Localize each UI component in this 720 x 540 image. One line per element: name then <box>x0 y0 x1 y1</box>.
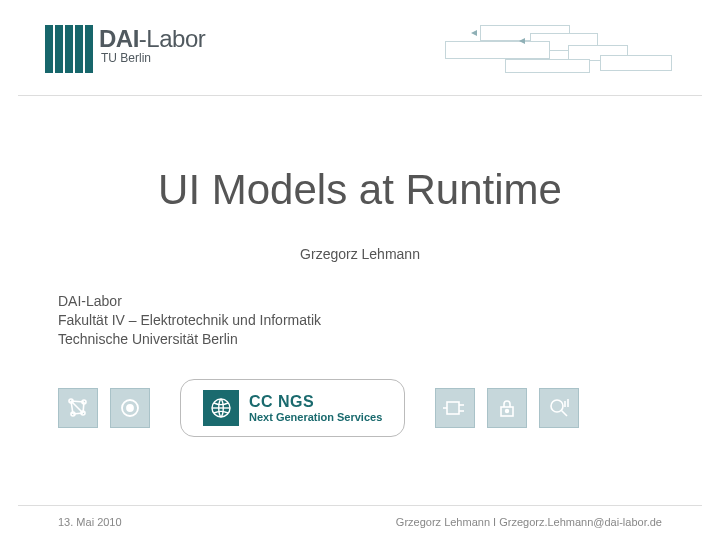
globe-icon <box>203 390 239 426</box>
footer-date: 13. Mai 2010 <box>58 516 122 528</box>
search-chart-icon <box>539 388 579 428</box>
header-divider <box>18 95 702 96</box>
logo-name-bold: DAI <box>99 25 139 52</box>
logo-name-light: -Labor <box>139 25 205 52</box>
slide-footer: 13. Mai 2010 Grzegorz Lehmann I Grzegorz… <box>18 505 702 528</box>
partner-logo-row: CC NGS Next Generation Services <box>58 379 720 437</box>
svg-line-7 <box>73 413 83 414</box>
center-badge-subtitle: Next Generation Services <box>249 411 382 423</box>
svg-rect-12 <box>447 402 459 414</box>
svg-line-6 <box>83 402 84 413</box>
footer-contact: Grzegorz Lehmann I Grzegorz.Lehmann@dai-… <box>396 516 662 528</box>
affiliation-line: Fakultät IV – Elektrotechnik und Informa… <box>58 311 720 330</box>
affiliation-block: DAI-Labor Fakultät IV – Elektrotechnik u… <box>58 292 720 349</box>
svg-point-10 <box>127 405 133 411</box>
slide-title: UI Models at Runtime <box>0 166 720 214</box>
decorative-boxes-icon <box>445 25 675 80</box>
svg-line-19 <box>562 410 568 416</box>
affiliation-line: Technische Universität Berlin <box>58 330 720 349</box>
center-badge-title: CC NGS <box>249 393 382 411</box>
target-icon <box>110 388 150 428</box>
lock-icon <box>487 388 527 428</box>
network-icon <box>58 388 98 428</box>
svg-point-17 <box>506 409 509 412</box>
org-logo: DAI-Labor TU Berlin <box>45 25 205 73</box>
logo-subtitle: TU Berlin <box>101 51 205 65</box>
circuit-icon <box>435 388 475 428</box>
author-name: Grzegorz Lehmann <box>0 246 720 262</box>
affiliation-line: DAI-Labor <box>58 292 720 311</box>
svg-point-18 <box>551 400 563 412</box>
logo-bars-icon <box>45 25 93 73</box>
center-badge: CC NGS Next Generation Services <box>180 379 405 437</box>
